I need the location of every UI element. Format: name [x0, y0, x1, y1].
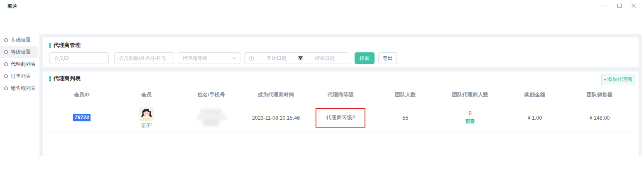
export-button[interactable]: 导出	[378, 52, 397, 64]
sidebar-item-agent-list[interactable]: 代理商列表	[0, 58, 38, 70]
plus-icon: +	[603, 77, 606, 83]
section-title-agent-list: 代理商列表	[54, 75, 81, 82]
sidebar-item-label: 订单列表	[11, 73, 31, 80]
clock-icon	[249, 56, 254, 61]
member-nickname: 栗子'	[141, 122, 152, 129]
cell-become-time: 2023-11-08 10:15:46	[244, 103, 309, 133]
sidebar: 基础设置 等级设置 代理商列表 订单列表 销售额列表	[0, 34, 38, 96]
sidebar-item-order-list[interactable]: 订单列表	[0, 70, 38, 82]
cell-name-phone	[179, 103, 244, 133]
cell-team-sales: ¥ 148.00	[567, 103, 632, 133]
agent-level-select[interactable]: 代理商等级	[178, 52, 240, 64]
sidebar-item-sales-list[interactable]: 销售额列表	[0, 82, 38, 94]
filter-row: 代理商等级 开始日期 至 结束日期 搜索 导出	[49, 52, 632, 64]
search-button[interactable]: 搜索	[355, 52, 375, 64]
radio-circle-icon	[4, 38, 8, 42]
agents-table: 会员ID 会员 姓名/手机号 成为代理商时间 代理商等级 团队人数 团队代理商人…	[49, 87, 632, 133]
radio-circle-icon	[4, 86, 8, 90]
end-date-placeholder: 结束日期	[305, 55, 345, 62]
window-title: 图片	[7, 3, 17, 10]
col-member-id: 会员ID	[49, 87, 114, 103]
agent-management-card: 代理商管理 代理商等级 开始日期 至 结束日期 搜索 导出	[43, 37, 639, 67]
chevron-down-icon	[232, 57, 237, 60]
sidebar-item-basic-settings[interactable]: 基础设置	[0, 34, 38, 46]
maximize-icon	[617, 3, 622, 8]
col-team-agent-count: 团队代理商人数	[438, 87, 502, 103]
sidebar-item-label: 基础设置	[11, 37, 31, 44]
minimize-icon	[603, 3, 608, 8]
window-controls	[598, 0, 641, 12]
radio-circle-icon	[4, 62, 8, 66]
section-title-agent-management: 代理商管理	[54, 42, 81, 49]
minimize-button[interactable]	[598, 0, 612, 11]
date-range-separator: 至	[296, 55, 305, 62]
date-range-picker[interactable]: 开始日期 至 结束日期	[244, 52, 349, 64]
agent-level-placeholder: 代理商等级	[182, 55, 232, 62]
main-panel: 代理商管理 代理商等级 开始日期 至 结束日期 搜索 导出	[39, 34, 642, 156]
member-avatar[interactable]	[140, 107, 154, 121]
col-become-time: 成为代理商时间	[244, 87, 309, 103]
radio-circle-icon	[4, 74, 8, 78]
col-member: 会员	[114, 87, 179, 103]
cell-team-agent-count: 0 查看	[438, 103, 502, 133]
radio-circle-icon	[4, 50, 8, 54]
close-button[interactable]	[627, 0, 641, 11]
cell-team-count: 55	[373, 103, 438, 133]
window-titlebar: 图片	[0, 0, 644, 12]
redacted-name-blur	[197, 109, 226, 127]
sidebar-item-label: 代理商列表	[11, 61, 36, 68]
section-accent-bar	[49, 43, 51, 48]
member-id-selected-text[interactable]: 78723	[73, 114, 91, 121]
cell-member-id: 78723	[49, 103, 114, 133]
col-team-sales: 团队销售额	[567, 87, 632, 103]
cell-member: 栗子'	[114, 103, 179, 133]
avatar-image	[140, 107, 154, 121]
table-header-row: 会员ID 会员 姓名/手机号 成为代理商时间 代理商等级 团队人数 团队代理商人…	[49, 87, 632, 103]
section-header: 代理商管理	[49, 42, 632, 49]
view-link[interactable]: 查看	[438, 118, 502, 125]
member-id-input[interactable]	[49, 52, 109, 64]
member-name-input[interactable]	[114, 52, 174, 64]
close-icon	[631, 3, 636, 8]
cell-agent-level: 代理商等级2	[309, 103, 373, 133]
section-accent-bar	[49, 76, 51, 81]
col-reward-amount: 奖励金额	[502, 87, 567, 103]
add-agent-label: 添加代理商	[607, 76, 632, 83]
add-agent-button[interactable]: + 添加代理商	[601, 74, 634, 85]
sidebar-item-label: 销售额列表	[11, 85, 36, 92]
agent-level-value: 代理商等级2	[326, 115, 355, 121]
sidebar-item-label: 等级设置	[11, 49, 31, 56]
list-header: 代理商列表 + 添加代理商	[49, 75, 632, 87]
table-row: 78723	[49, 103, 632, 133]
col-name-phone: 姓名/手机号	[179, 87, 244, 103]
col-agent-level: 代理商等级	[309, 87, 373, 103]
team-agent-count-value: 0	[469, 111, 472, 116]
sidebar-item-level-settings[interactable]: 等级设置	[0, 46, 38, 58]
maximize-button[interactable]	[612, 0, 627, 11]
agent-list-card: 代理商列表 + 添加代理商 会员ID 会员 姓名/手机号 成为代理商时间 代理商…	[43, 71, 639, 160]
cell-reward-amount: ¥ 1.00	[502, 103, 567, 133]
col-team-count: 团队人数	[373, 87, 438, 103]
start-date-placeholder: 开始日期	[257, 55, 296, 62]
